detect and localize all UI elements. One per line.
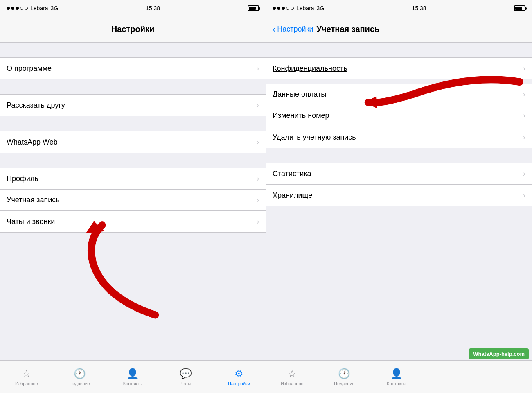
- rdot1: [273, 7, 276, 10]
- gap5: [0, 233, 266, 247]
- chevron-storage: ›: [523, 191, 525, 200]
- rdot5: [291, 7, 294, 10]
- contacts-icon: 👤: [126, 368, 139, 379]
- menu-item-chats-label: Чаты и звонки: [7, 217, 55, 226]
- left-status-right: [248, 5, 259, 11]
- watermark-container: WhatsApp-help.com: [423, 374, 532, 380]
- right-tab-bar: ☆ Избранное 🕐 Недавние 👤 Контакты WhatsA…: [266, 360, 532, 393]
- left-signal-dots: [7, 7, 28, 10]
- left-network: 3G: [51, 5, 59, 11]
- dot5: [25, 7, 28, 10]
- rtab-contacts[interactable]: 👤 Контакты: [370, 365, 423, 389]
- right-network: 3G: [317, 5, 325, 11]
- rgap3: [266, 148, 532, 163]
- chevron-privacy: ›: [523, 64, 525, 73]
- tab-favorites-label: Избранное: [15, 381, 38, 386]
- right-status-bar: Lebara 3G 15:38: [266, 0, 532, 16]
- right-battery: [514, 5, 525, 11]
- menu-item-stats-label: Статистика: [273, 169, 311, 178]
- chevron-payment: ›: [523, 90, 525, 99]
- rtab-favorites[interactable]: ☆ Избранное: [266, 365, 318, 389]
- right-signal-dots: [273, 7, 294, 10]
- rdot3: [282, 7, 285, 10]
- menu-item-changenumber[interactable]: Изменить номер ›: [266, 105, 532, 126]
- rdot2: [277, 7, 280, 10]
- chevron-account: ›: [257, 196, 259, 204]
- menu-item-whatsappweb[interactable]: WhatsApp Web ›: [0, 131, 266, 153]
- tab-contacts[interactable]: 👤 Контакты: [106, 365, 160, 389]
- right-battery-fill: [515, 7, 522, 10]
- dot2: [11, 7, 14, 10]
- menu-item-about-label: О программе: [7, 64, 52, 73]
- right-carrier: Lebara: [296, 5, 314, 11]
- left-battery: [248, 5, 259, 11]
- rcontacts-icon: 👤: [390, 368, 403, 379]
- right-content: Конфиденциальность › Данные оплаты › Изм…: [266, 43, 532, 360]
- menu-item-about[interactable]: О программе ›: [0, 58, 266, 79]
- menu-item-share-label: Рассказать другу: [7, 101, 65, 110]
- menu-item-changenumber-label: Изменить номер: [273, 111, 329, 120]
- menu-item-chats[interactable]: Чаты и звонки ›: [0, 211, 266, 232]
- tab-recents[interactable]: 🕐 Недавние: [53, 365, 106, 389]
- menu-item-stats[interactable]: Статистика ›: [266, 163, 532, 185]
- left-section-4: Профиль › Учетная запись › Чаты и звонки…: [0, 168, 266, 233]
- menu-item-account-label: Учетная запись: [7, 196, 60, 204]
- menu-item-storage[interactable]: Хранилище ›: [266, 185, 532, 206]
- chevron-profile: ›: [257, 174, 259, 183]
- chevron-chats: ›: [257, 217, 259, 226]
- menu-item-deleteaccount[interactable]: Удалить учетную запись ›: [266, 126, 532, 148]
- menu-item-deleteaccount-label: Удалить учетную запись: [273, 133, 356, 142]
- menu-item-profile-label: Профиль: [7, 174, 38, 183]
- tab-chats-label: Чаты: [180, 381, 191, 386]
- left-carrier: Lebara: [30, 5, 48, 11]
- chats-icon: 💬: [180, 368, 192, 379]
- menu-item-storage-label: Хранилище: [273, 191, 312, 200]
- rdot4: [286, 7, 289, 10]
- rtab-recents-label: Недавние: [334, 381, 355, 386]
- left-battery-fill: [249, 7, 256, 10]
- menu-item-payment-label: Данные оплаты: [273, 90, 326, 99]
- rtab-contacts-label: Контакты: [387, 381, 406, 386]
- menu-item-profile[interactable]: Профиль ›: [0, 168, 266, 190]
- menu-item-account[interactable]: Учетная запись ›: [0, 190, 266, 211]
- back-button[interactable]: ‹ Настройки: [273, 25, 313, 34]
- recents-icon: 🕐: [74, 368, 86, 379]
- tab-contacts-label: Контакты: [123, 381, 143, 386]
- rtab-recents[interactable]: 🕐 Недавние: [318, 365, 371, 389]
- settings-icon: ⚙: [234, 368, 243, 379]
- right-time: 15:38: [412, 5, 426, 11]
- left-section-1: О программе ›: [0, 57, 266, 79]
- left-section-2: Рассказать другу ›: [0, 94, 266, 116]
- tab-recents-label: Недавние: [69, 381, 90, 386]
- tab-settings[interactable]: ⚙ Настройки: [212, 365, 266, 389]
- left-time: 15:38: [146, 5, 160, 11]
- right-section-1: Конфиденциальность ›: [266, 57, 532, 79]
- menu-item-whatsappweb-label: WhatsApp Web: [7, 138, 58, 147]
- right-nav-bar: ‹ Настройки Учетная запись: [266, 16, 532, 43]
- chevron-changenumber: ›: [523, 111, 525, 120]
- gap1: [0, 43, 266, 57]
- left-tab-bar: ☆ Избранное 🕐 Недавние 👤 Контакты 💬 Чаты…: [0, 360, 266, 393]
- rgap4: [266, 206, 532, 221]
- chevron-share: ›: [257, 101, 259, 110]
- watermark: WhatsApp-help.com: [469, 348, 529, 359]
- menu-item-payment[interactable]: Данные оплаты ›: [266, 84, 532, 105]
- chevron-about: ›: [257, 64, 259, 73]
- gap3: [0, 116, 266, 131]
- back-chevron-icon: ‹: [273, 25, 275, 34]
- rgap1: [266, 43, 532, 57]
- left-nav-bar: Настройки: [0, 16, 266, 43]
- menu-item-privacy[interactable]: Конфиденциальность ›: [266, 58, 532, 79]
- gap4: [0, 153, 266, 168]
- tab-favorites[interactable]: ☆ Избранное: [0, 365, 53, 389]
- dot3: [16, 7, 19, 10]
- back-label: Настройки: [277, 25, 313, 34]
- right-section-3: Статистика › Хранилище ›: [266, 163, 532, 206]
- rfavorites-icon: ☆: [288, 368, 297, 379]
- rgap2: [266, 79, 532, 84]
- menu-item-share[interactable]: Рассказать другу ›: [0, 95, 266, 116]
- tab-chats[interactable]: 💬 Чаты: [159, 365, 212, 389]
- menu-item-privacy-label: Конфиденциальность: [273, 64, 347, 73]
- left-nav-title: Настройки: [111, 25, 155, 34]
- chevron-web: ›: [257, 138, 259, 147]
